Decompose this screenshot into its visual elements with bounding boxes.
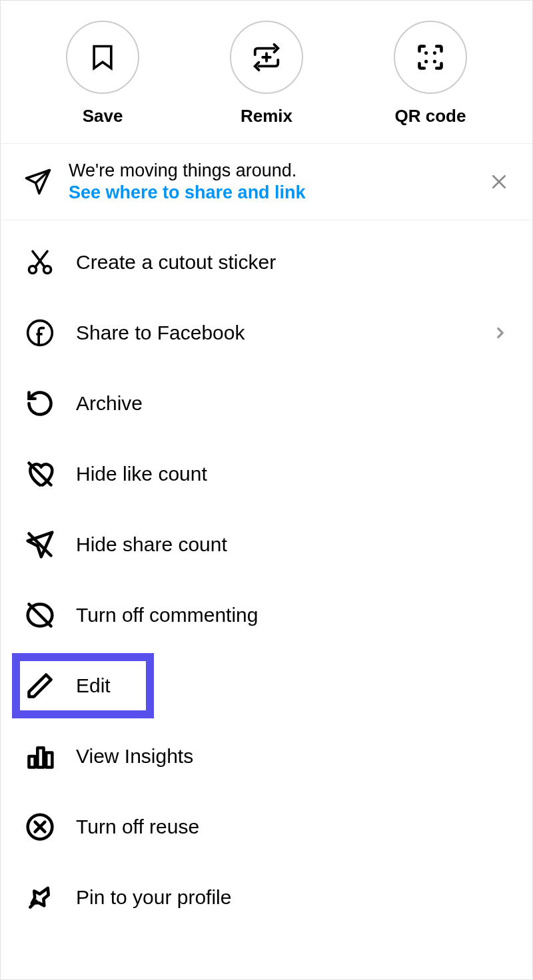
remix-icon-circle bbox=[230, 21, 303, 94]
pin-icon bbox=[24, 881, 56, 913]
notice-link[interactable]: See where to share and link bbox=[69, 182, 472, 203]
comment-off-icon bbox=[24, 599, 56, 631]
qrcode-action[interactable]: QR code bbox=[394, 21, 467, 126]
svg-line-12 bbox=[33, 252, 45, 268]
facebook-icon bbox=[24, 317, 56, 349]
save-icon-circle bbox=[66, 21, 139, 94]
menu-item-label: Archive bbox=[76, 392, 509, 415]
menu-item-label: Edit bbox=[76, 674, 509, 697]
remix-action[interactable]: Remix bbox=[230, 21, 303, 126]
svg-rect-19 bbox=[29, 756, 35, 768]
svg-line-11 bbox=[35, 252, 47, 268]
menu-item-hide-shares[interactable]: Hide share count bbox=[1, 509, 532, 580]
menu-item-reuse[interactable]: Turn off reuse bbox=[1, 792, 532, 862]
save-label: Save bbox=[83, 106, 123, 126]
scissors-icon bbox=[24, 246, 56, 278]
send-off-icon bbox=[24, 529, 56, 561]
menu-item-label: Hide like count bbox=[76, 463, 509, 485]
qrcode-label: QR code bbox=[395, 106, 466, 126]
archive-icon bbox=[24, 387, 56, 419]
menu-item-hide-likes[interactable]: Hide like count bbox=[1, 439, 532, 509]
remix-label: Remix bbox=[241, 106, 292, 126]
qrcode-icon-circle bbox=[394, 21, 467, 94]
save-action[interactable]: Save bbox=[66, 21, 139, 126]
notice-text-line1: We're moving things around. bbox=[69, 160, 472, 181]
menu-item-commenting[interactable]: Turn off commenting bbox=[1, 580, 532, 650]
svg-rect-20 bbox=[37, 748, 43, 767]
svg-point-4 bbox=[424, 60, 428, 63]
close-icon[interactable] bbox=[489, 172, 509, 192]
bar-chart-icon bbox=[24, 740, 56, 772]
heart-off-icon bbox=[24, 458, 56, 490]
menu-item-cutout[interactable]: Create a cutout sticker bbox=[1, 227, 532, 298]
pencil-icon bbox=[24, 670, 56, 702]
menu-item-label: Share to Facebook bbox=[76, 322, 472, 344]
menu-item-archive[interactable]: Archive bbox=[1, 368, 532, 439]
menu-item-facebook[interactable]: Share to Facebook bbox=[1, 298, 532, 368]
info-notice: We're moving things around. See where to… bbox=[1, 144, 532, 220]
send-icon bbox=[24, 168, 52, 196]
qrcode-icon bbox=[416, 43, 445, 72]
menu-item-edit[interactable]: Edit bbox=[1, 650, 532, 721]
remix-icon bbox=[251, 42, 282, 73]
svg-point-3 bbox=[433, 51, 436, 55]
x-circle-icon bbox=[24, 811, 56, 843]
menu-item-label: View Insights bbox=[76, 745, 509, 768]
chevron-right-icon bbox=[492, 324, 509, 342]
menu-item-label: Turn off reuse bbox=[76, 816, 509, 838]
menu-item-label: Hide share count bbox=[76, 533, 509, 556]
svg-point-2 bbox=[424, 51, 428, 55]
menu-item-label: Create a cutout sticker bbox=[76, 251, 509, 274]
menu-item-insights[interactable]: View Insights bbox=[1, 721, 532, 792]
bookmark-icon bbox=[88, 43, 117, 72]
menu-item-pin[interactable]: Pin to your profile bbox=[1, 862, 532, 933]
svg-rect-21 bbox=[46, 753, 52, 768]
menu-item-label: Pin to your profile bbox=[76, 886, 509, 909]
menu-item-label: Turn off commenting bbox=[76, 604, 509, 626]
svg-point-5 bbox=[433, 60, 436, 63]
